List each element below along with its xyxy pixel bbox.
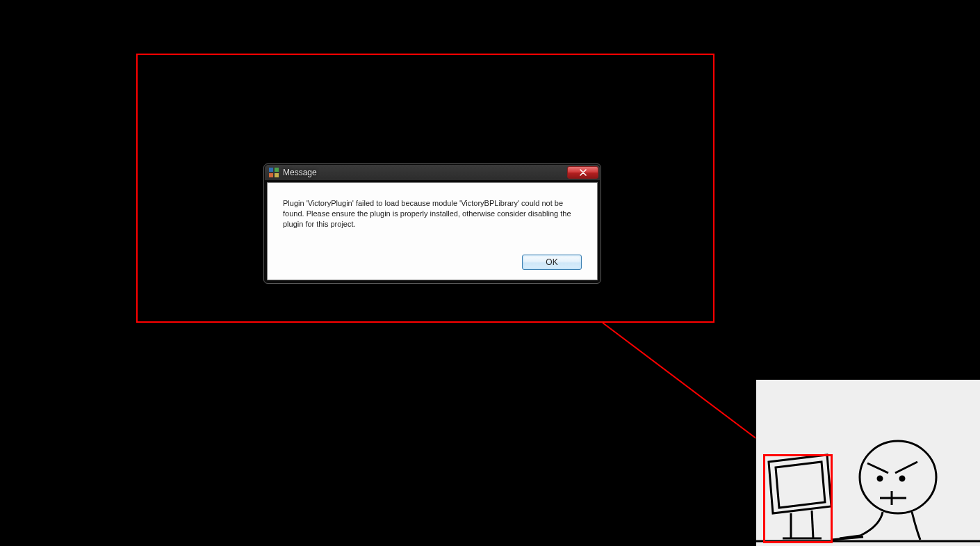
svg-point-9	[878, 476, 882, 481]
svg-rect-3	[269, 173, 273, 177]
cartoon-panel	[756, 379, 980, 546]
svg-point-10	[900, 476, 904, 481]
dialog-footer: OK	[283, 255, 582, 270]
svg-line-13	[831, 537, 863, 540]
dialog-title: Message	[283, 168, 567, 177]
svg-rect-2	[275, 168, 279, 172]
svg-point-6	[860, 441, 936, 513]
cartoon-drawing	[756, 380, 980, 546]
svg-line-7	[867, 463, 888, 473]
message-dialog: Message Plugin 'VictoryPlugin' failed to…	[263, 163, 601, 284]
dialog-titlebar[interactable]: Message	[265, 165, 600, 180]
svg-line-8	[895, 462, 917, 473]
dialog-message-text: Plugin 'VictoryPlugin' failed to load be…	[283, 198, 582, 230]
dialog-body: Plugin 'VictoryPlugin' failed to load be…	[267, 182, 598, 280]
close-button[interactable]	[567, 166, 598, 179]
close-icon	[580, 169, 587, 176]
svg-rect-1	[269, 168, 273, 172]
svg-rect-4	[275, 173, 279, 177]
ok-button[interactable]: OK	[522, 255, 582, 270]
app-icon	[269, 168, 279, 177]
svg-line-0	[603, 323, 780, 456]
